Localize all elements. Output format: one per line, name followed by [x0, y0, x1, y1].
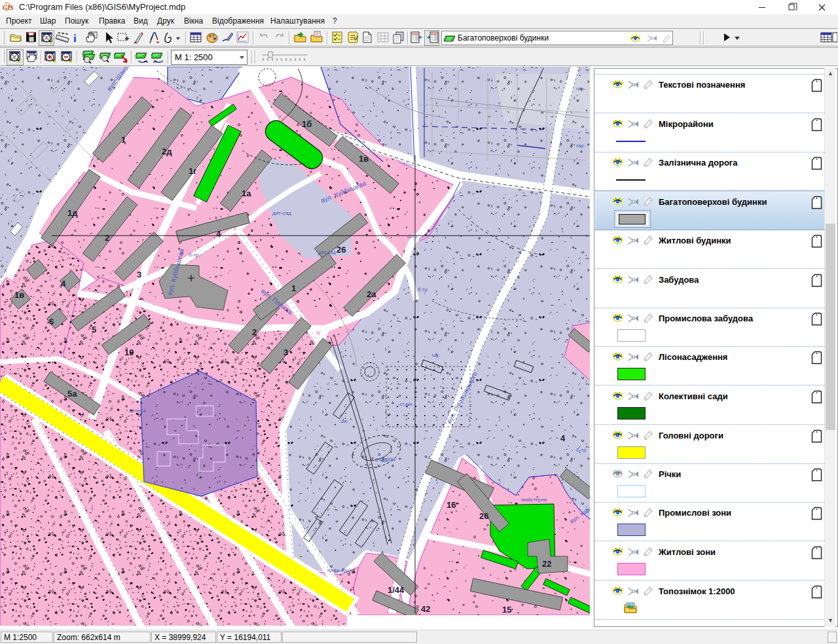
- svg-text:4: 4: [61, 279, 66, 289]
- svg-text:гар-: гар-: [576, 143, 586, 149]
- svg-text:3: 3: [137, 270, 141, 279]
- svg-text:1б: 1б: [302, 119, 312, 129]
- svg-text:4: 4: [560, 433, 566, 443]
- svg-text:гар-: гар-: [576, 86, 586, 92]
- svg-text:шк.: шк.: [340, 418, 348, 424]
- svg-text:2: 2: [252, 327, 257, 337]
- svg-text:i: i: [73, 32, 77, 45]
- svg-text:дит.сад: дит.сад: [318, 249, 337, 255]
- svg-text:42: 42: [421, 604, 430, 614]
- svg-text:2а: 2а: [367, 289, 376, 299]
- svg-text:1в: 1в: [359, 154, 369, 164]
- svg-text:1/44: 1/44: [388, 585, 405, 595]
- svg-text:16: 16: [446, 500, 456, 510]
- svg-text:1а: 1а: [242, 188, 251, 198]
- svg-text:б-тр: б-тр: [407, 234, 418, 240]
- svg-text:2д: 2д: [162, 147, 172, 156]
- svg-text:5а: 5а: [67, 389, 77, 399]
- svg-text:3: 3: [283, 348, 288, 357]
- svg-text:4: 4: [216, 229, 221, 239]
- svg-text:26: 26: [479, 511, 488, 521]
- svg-text:ст.юн.: ст.юн.: [399, 401, 414, 407]
- svg-text:1д: 1д: [67, 208, 78, 218]
- svg-text:1: 1: [121, 135, 126, 145]
- svg-text:майстерня: майстерня: [521, 497, 547, 503]
- svg-text:1г: 1г: [189, 166, 197, 176]
- svg-text:дит-сад: дит-сад: [272, 210, 291, 216]
- svg-text:1: 1: [291, 283, 296, 293]
- svg-text:аптека: аптека: [130, 408, 146, 414]
- svg-text:пляж-вдсх: пляж-вдсх: [327, 567, 352, 573]
- svg-text:22: 22: [542, 559, 551, 569]
- svg-text:26: 26: [337, 245, 346, 255]
- svg-text:б.тр: б.тр: [418, 287, 428, 293]
- svg-text:6: 6: [49, 317, 54, 327]
- svg-text:шк.: шк.: [432, 352, 440, 358]
- svg-text:15: 15: [502, 605, 511, 615]
- svg-text:стадіон: стадіон: [375, 456, 395, 463]
- svg-text:5: 5: [92, 325, 96, 334]
- svg-text:б-тр.: б-тр.: [189, 252, 200, 258]
- svg-text:б-тр: б-тр: [576, 447, 587, 453]
- svg-text:10: 10: [124, 348, 134, 357]
- svg-text:1в: 1в: [14, 290, 24, 300]
- svg-text:2: 2: [105, 233, 109, 243]
